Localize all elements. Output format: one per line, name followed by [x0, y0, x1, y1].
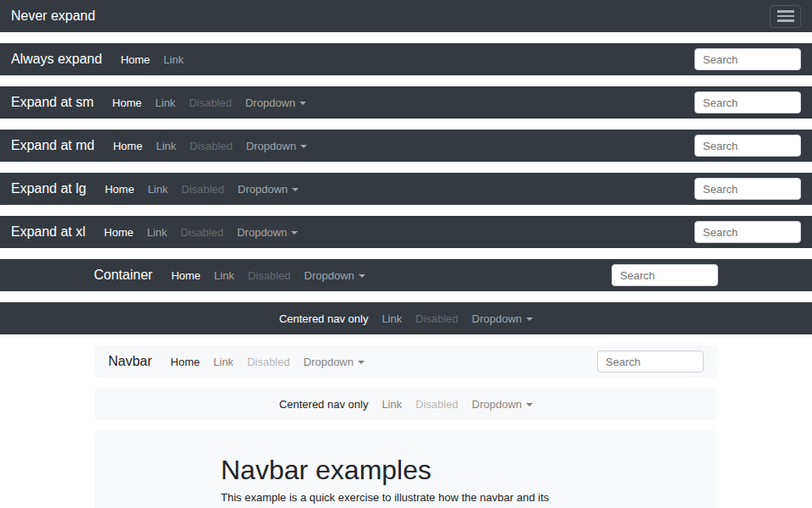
caret-down-icon — [359, 274, 365, 278]
navbar-expand-lg: Expand at lg Home Link Disabled Dropdown — [0, 173, 812, 205]
nav-link-link[interactable]: Link — [149, 97, 183, 109]
dropdown-label: Dropdown — [304, 356, 354, 368]
hamburger-icon — [777, 10, 794, 22]
nav-links: Home Link Disabled Dropdown — [107, 140, 314, 152]
nav-link-centered[interactable]: Centered nav only — [272, 312, 376, 325]
navbar-never-expand: Never expand — [0, 0, 812, 32]
dropdown-toggle[interactable]: Dropdown — [465, 312, 540, 325]
dropdown-label: Dropdown — [246, 140, 296, 152]
navbar-toggler-button[interactable] — [770, 5, 801, 28]
nav-link-link[interactable]: Link — [149, 140, 183, 152]
navbar-brand[interactable]: Container — [94, 268, 152, 283]
jumbotron-inner: Navbar examples This example is a quick … — [221, 454, 591, 508]
navbar-centered-dark: Centered nav only Link Disabled Dropdown — [0, 302, 812, 334]
dropdown-label: Dropdown — [472, 312, 522, 325]
navbar-light: Navbar Home Link Disabled Dropdown — [95, 345, 717, 378]
main-content: Navbar Home Link Disabled Dropdown Cente… — [95, 345, 717, 508]
nav-link-home[interactable]: Home — [164, 356, 207, 368]
nav-link-disabled: Disabled — [241, 269, 298, 282]
dropdown-label: Dropdown — [237, 226, 287, 239]
navbar-always-expand: Always expand Home Link — [0, 43, 812, 75]
nav-link-disabled: Disabled — [409, 312, 465, 325]
navbar-brand[interactable]: Navbar — [108, 354, 152, 369]
search-input[interactable] — [694, 91, 801, 113]
dropdown-toggle[interactable]: Dropdown — [297, 356, 371, 368]
caret-down-icon — [526, 403, 533, 406]
nav-link-link[interactable]: Link — [375, 312, 409, 325]
navbar-brand[interactable]: Expand at lg — [11, 181, 86, 196]
dropdown-toggle[interactable]: Dropdown — [230, 226, 304, 239]
navbar-expand-xl: Expand at xl Home Link Disabled Dropdown — [0, 216, 812, 248]
caret-down-icon — [291, 231, 298, 235]
nav-link-disabled: Disabled — [183, 140, 239, 152]
dropdown-toggle[interactable]: Dropdown — [465, 398, 540, 411]
nav-link-home[interactable]: Home — [98, 183, 141, 196]
nav-links: Home Link Disabled Dropdown — [164, 269, 371, 282]
navbar-container-inner: Container Home Link Disabled Dropdown — [93, 259, 719, 291]
nav-link-link[interactable]: Link — [140, 226, 174, 239]
dropdown-toggle[interactable]: Dropdown — [239, 140, 314, 152]
navbar-brand[interactable]: Expand at xl — [11, 224, 85, 240]
dropdown-toggle[interactable]: Dropdown — [298, 269, 372, 282]
nav-link-home[interactable]: Home — [106, 97, 149, 109]
caret-down-icon — [300, 145, 307, 148]
navbar-brand[interactable]: Expand at sm — [11, 95, 94, 110]
dropdown-label: Dropdown — [304, 269, 354, 282]
intro-paragraph: This example is a quick exercise to illu… — [221, 490, 591, 508]
dropdown-toggle[interactable]: Dropdown — [231, 183, 305, 196]
nav-link-disabled: Disabled — [240, 356, 297, 368]
caret-down-icon — [358, 361, 365, 364]
nav-link-home[interactable]: Home — [114, 53, 157, 66]
navbar-container: Container Home Link Disabled Dropdown — [0, 259, 812, 291]
page-title: Navbar examples — [221, 454, 591, 486]
dropdown-label: Dropdown — [245, 97, 295, 109]
dropdown-label: Dropdown — [472, 398, 522, 411]
search-input[interactable] — [694, 135, 801, 157]
navbar-brand[interactable]: Never expand — [11, 8, 96, 24]
paragraph-text: This example is a quick exercise to illu… — [221, 491, 579, 508]
nav-links: Home Link Disabled Dropdown — [164, 356, 371, 368]
caret-down-icon — [526, 318, 533, 321]
nav-link-disabled: Disabled — [174, 226, 231, 239]
caret-down-icon — [292, 188, 299, 191]
search-input[interactable] — [694, 178, 801, 200]
nav-link-link[interactable]: Link — [156, 53, 190, 66]
nav-links: Centered nav only Link Disabled Dropdown — [272, 398, 540, 411]
nav-links: Home Link Disabled Dropdown — [97, 226, 304, 239]
dropdown-label: Dropdown — [238, 183, 288, 196]
navbar-brand[interactable]: Always expand — [11, 52, 102, 67]
search-input[interactable] — [694, 48, 801, 70]
nav-link-disabled: Disabled — [409, 398, 465, 411]
navbar-centered-light: Centered nav only Link Disabled Dropdown — [95, 388, 717, 420]
navbar-brand[interactable]: Expand at md — [11, 138, 95, 153]
search-input[interactable] — [612, 264, 718, 286]
search-input[interactable] — [694, 221, 801, 243]
nav-links: Home Link Disabled Dropdown — [98, 183, 305, 196]
nav-links: Home Link Disabled Dropdown — [106, 97, 313, 109]
nav-link-link[interactable]: Link — [141, 183, 175, 196]
nav-link-disabled: Disabled — [175, 183, 232, 196]
caret-down-icon — [299, 102, 306, 105]
nav-link-home[interactable]: Home — [164, 269, 207, 282]
nav-link-link[interactable]: Link — [207, 269, 241, 282]
nav-link-home[interactable]: Home — [107, 140, 150, 152]
nav-link-link[interactable]: Link — [375, 398, 409, 411]
navbar-expand-md: Expand at md Home Link Disabled Dropdown — [0, 130, 812, 162]
nav-link-link[interactable]: Link — [206, 356, 240, 368]
nav-link-disabled: Disabled — [182, 97, 239, 109]
jumbotron: Navbar examples This example is a quick … — [95, 430, 717, 508]
dropdown-toggle[interactable]: Dropdown — [239, 97, 313, 109]
search-input[interactable] — [597, 351, 704, 373]
nav-links: Centered nav only Link Disabled Dropdown — [272, 312, 540, 325]
nav-link-home[interactable]: Home — [97, 226, 140, 239]
navbar-expand-sm: Expand at sm Home Link Disabled Dropdown — [0, 86, 812, 119]
nav-link-centered[interactable]: Centered nav only — [272, 398, 376, 411]
nav-links: Home Link — [114, 53, 191, 66]
